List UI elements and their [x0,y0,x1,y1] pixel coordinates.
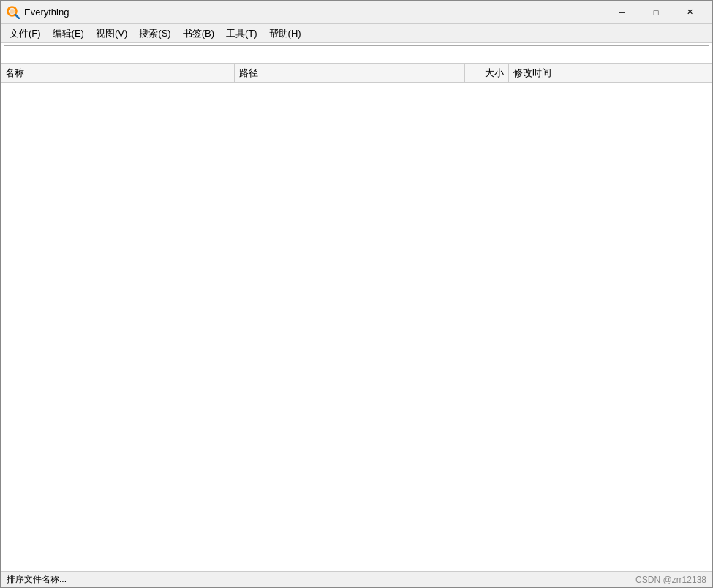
menu-help[interactable]: 帮助(H) [263,25,307,42]
svg-line-1 [15,15,19,18]
menu-tools[interactable]: 工具(T) [220,25,263,42]
svg-point-2 [10,9,15,14]
status-bar: 排序文件名称... CSDN @zrr12138 [1,571,712,587]
col-header-size[interactable]: 大小 [465,64,509,82]
menu-edit[interactable]: 编辑(E) [47,25,90,42]
menu-file[interactable]: 文件(F) [4,25,47,42]
search-bar-container [1,43,712,64]
close-button[interactable]: ✕ [673,1,706,24]
menu-view[interactable]: 视图(V) [90,25,133,42]
maximize-button[interactable]: □ [639,1,673,24]
menu-search[interactable]: 搜索(S) [133,25,176,42]
col-header-path[interactable]: 路径 [235,64,465,82]
search-input[interactable] [4,45,709,61]
col-header-modified[interactable]: 修改时间 [509,64,712,82]
minimize-button[interactable]: ─ [606,1,639,24]
menu-bar: 文件(F) 编辑(E) 视图(V) 搜索(S) 书签(B) 工具(T) 帮助(H… [1,24,712,43]
app-icon [7,6,20,19]
status-sort-text: 排序文件名称... [7,573,67,586]
status-watermark: CSDN @zrr12138 [635,575,706,585]
menu-bookmarks[interactable]: 书签(B) [177,25,220,42]
content-area[interactable] [1,83,712,571]
window-title: Everything [24,7,606,18]
col-header-name[interactable]: 名称 [1,64,235,82]
window-controls: ─ □ ✕ [606,1,706,24]
main-window: Everything ─ □ ✕ 文件(F) 编辑(E) 视图(V) 搜索(S)… [0,0,713,588]
column-headers: 名称 路径 大小 修改时间 [1,64,712,83]
title-bar: Everything ─ □ ✕ [1,1,712,24]
